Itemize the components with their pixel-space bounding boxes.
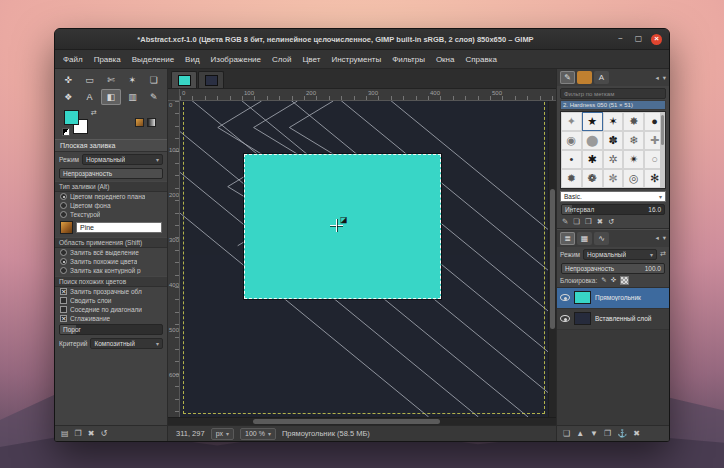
brush-item[interactable]: ✸	[623, 112, 644, 131]
image-tab-abstract[interactable]	[171, 71, 197, 88]
new-layer-button[interactable]: ❏	[563, 430, 570, 438]
paint-mode-dropdown[interactable]: Нормальный	[82, 154, 163, 165]
active-pattern-swatch[interactable]	[135, 118, 144, 127]
maximize-button[interactable]: ▢	[633, 34, 644, 45]
lower-layer-button[interactable]: ▼	[590, 430, 598, 438]
duplicate-brush-button[interactable]: ❐	[585, 218, 592, 226]
brush-item[interactable]: ◉	[561, 131, 582, 150]
save-tool-options-button[interactable]: ▤	[61, 430, 69, 438]
crop-tool[interactable]: ❏	[144, 72, 164, 88]
brush-item[interactable]: ◎	[623, 169, 644, 188]
menu-item[interactable]: Изображение	[211, 55, 261, 64]
titlebar[interactable]: *Abstract.xcf-1.0 (Цвета RGB 8 бит, нели…	[55, 29, 669, 50]
move-tool[interactable]: ✜	[58, 72, 78, 88]
visibility-eye-icon[interactable]	[560, 315, 570, 322]
fill-type-option[interactable]: Текстурой	[55, 210, 167, 219]
default-colors-icon[interactable]	[62, 128, 70, 136]
affected-area-option[interactable]: Залить как контурной р	[55, 266, 167, 275]
fill-type-option[interactable]: Цветом фона	[55, 201, 167, 210]
anchor-layer-button[interactable]: ⚓	[617, 430, 627, 438]
layer-row[interactable]: Прямоугольник	[557, 288, 669, 309]
canvas[interactable]	[180, 101, 548, 417]
brush-grid-scrollbar[interactable]	[660, 112, 665, 188]
refresh-brushes-button[interactable]: ↺	[608, 218, 614, 226]
layer-opacity-slider[interactable]: Непрозрачность 100.0	[561, 263, 665, 274]
lock-pixels-icon[interactable]	[601, 276, 606, 284]
horizontal-scrollbar[interactable]	[168, 417, 556, 425]
delete-layer-button[interactable]: ✖	[633, 430, 640, 438]
image-tab-second[interactable]	[198, 71, 224, 88]
brush-item[interactable]: ✶	[603, 112, 624, 131]
text-tool[interactable]: A	[79, 89, 99, 105]
brush-item[interactable]: ❁	[582, 169, 603, 188]
brush-item[interactable]: ✱	[582, 150, 603, 169]
brush-item[interactable]: ✲	[603, 150, 624, 169]
pattern-thumbnail[interactable]	[60, 221, 73, 234]
brush-item[interactable]: ★	[582, 112, 603, 131]
menu-item[interactable]: Инструменты	[331, 55, 381, 64]
delete-tool-options-button[interactable]: ✖	[88, 430, 95, 438]
transform-tool[interactable]: ❖	[58, 89, 78, 105]
lock-position-icon[interactable]	[611, 276, 616, 284]
active-gradient-swatch[interactable]	[147, 118, 156, 127]
switch-mode-icon[interactable]	[660, 250, 666, 258]
brush-spacing-slider[interactable]: Интервал 16.0	[561, 204, 665, 215]
edit-brush-button[interactable]: ✎	[562, 218, 568, 226]
brush-item[interactable]: ⬤	[582, 131, 603, 150]
duplicate-layer-button[interactable]: ❐	[604, 430, 611, 438]
menu-item[interactable]: Выделение	[132, 55, 174, 64]
affected-area-option[interactable]: Залить всё выделение	[55, 248, 167, 257]
paths-tab[interactable]: ∿	[594, 232, 609, 245]
unit-dropdown[interactable]: px	[211, 428, 234, 440]
paintbrush-tool[interactable]: ✎	[144, 89, 164, 105]
brush-tag-field[interactable]: Basic.	[560, 191, 666, 202]
tab-menu-icon[interactable]	[663, 234, 666, 242]
fonts-tab[interactable]: A	[594, 71, 609, 84]
bucket-fill-tool[interactable]: ◧	[101, 89, 121, 105]
layer-row[interactable]: Вставленный слой	[557, 309, 669, 330]
channels-tab[interactable]: ▦	[577, 232, 592, 245]
patterns-tab[interactable]	[577, 71, 592, 84]
swap-colors-icon[interactable]	[91, 109, 97, 117]
pattern-name-field[interactable]: Pine	[76, 222, 162, 233]
new-brush-button[interactable]: ❏	[573, 218, 580, 226]
layers-tab[interactable]: ≣	[560, 232, 575, 245]
vertical-ruler[interactable]: 0100200300400500600	[168, 101, 180, 417]
similar-colors-option[interactable]: Соседние по диагонали	[55, 305, 167, 314]
vertical-scrollbar[interactable]	[548, 101, 556, 417]
brush-item[interactable]: •	[561, 150, 582, 169]
zoom-dropdown[interactable]: 100 %	[240, 428, 276, 440]
delete-brush-button[interactable]: ✖	[597, 218, 603, 226]
menu-item[interactable]: Слой	[272, 55, 291, 64]
visibility-eye-icon[interactable]	[560, 294, 570, 301]
tab-scroll-left-icon[interactable]	[655, 234, 658, 242]
similar-colors-option[interactable]: Залить прозрачные обл	[55, 287, 167, 296]
reset-tool-options-button[interactable]: ↺	[100, 430, 107, 438]
gradient-tool[interactable]: ▥	[122, 89, 142, 105]
brush-item[interactable]: ❄	[623, 131, 644, 150]
brush-item[interactable]: ✦	[561, 112, 582, 131]
fill-type-option[interactable]: Цветом переднего плана	[55, 192, 167, 201]
fuzzy-select-tool[interactable]: ✶	[122, 72, 142, 88]
brush-filter-input[interactable]: Фильтр по меткам	[560, 88, 666, 99]
brush-item[interactable]: ✼	[603, 169, 624, 188]
criterion-dropdown[interactable]: Композитный	[90, 338, 163, 349]
brushes-tab[interactable]: ✎	[560, 71, 575, 84]
tab-scroll-left-icon[interactable]	[655, 74, 658, 82]
opacity-slider[interactable]: Непрозрачность	[59, 168, 163, 179]
threshold-slider[interactable]: Порог	[59, 324, 163, 335]
affected-area-option[interactable]: Залить похожие цвета	[55, 257, 167, 266]
similar-colors-option[interactable]: Сводить слои	[55, 296, 167, 305]
foreground-color-swatch[interactable]	[64, 110, 79, 125]
horizontal-ruler[interactable]: 0100200300400500	[180, 89, 556, 101]
similar-colors-option[interactable]: Сглаживание	[55, 314, 167, 323]
menu-item[interactable]: Цвет	[302, 55, 320, 64]
menu-item[interactable]: Окна	[436, 55, 455, 64]
menu-item[interactable]: Файл	[63, 55, 83, 64]
restore-tool-options-button[interactable]: ❐	[75, 430, 82, 438]
brush-item[interactable]: ✽	[603, 131, 624, 150]
brush-item[interactable]: ✹	[561, 169, 582, 188]
minimize-button[interactable]: −	[615, 34, 626, 45]
menu-item[interactable]: Вид	[185, 55, 199, 64]
brush-item[interactable]: ✴	[623, 150, 644, 169]
